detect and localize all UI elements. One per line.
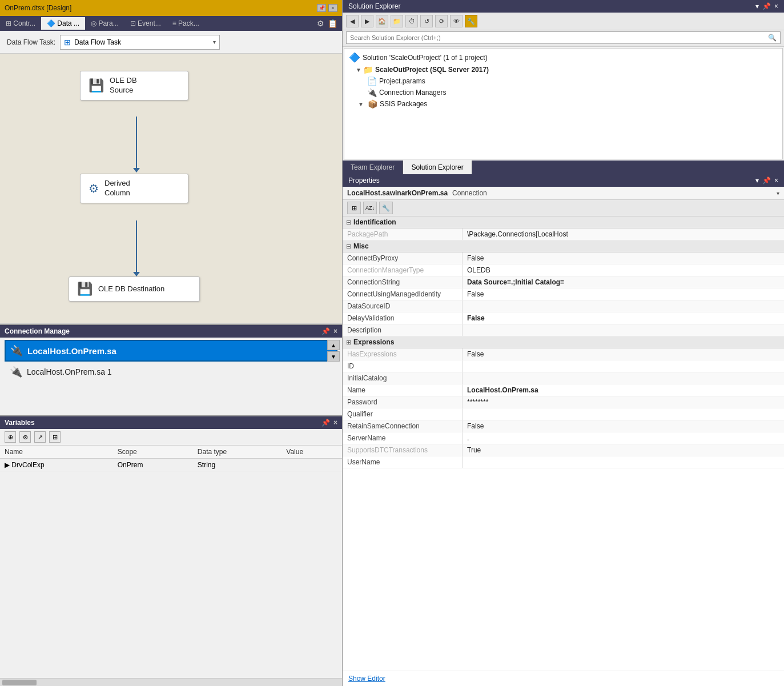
prop-name-supportsdtc: SupportsDTCTransactions [343,444,463,456]
var-tool-3[interactable]: ↗ [34,431,46,443]
arrow-line-1 [136,117,137,168]
prop-value-connstring: Data Source=.;Initial Catalog= [463,276,784,288]
toolbar-icon-2: 📋 [328,19,337,28]
conn-icon-2: 🔌 [10,366,22,378]
ole-db-source-node[interactable]: 💾 OLE DBSource [80,71,188,101]
arrow-head-2 [133,272,140,276]
dest-node-label: OLE DB Destination [98,284,164,294]
derived-column-node[interactable]: ⚙ DerivedColumn [80,174,188,203]
prop-name-description: Description [343,324,463,336]
pin-button[interactable]: 📌 [317,4,326,12]
tab-parameters[interactable]: ◎ Para... [85,17,124,30]
properties-panel: Properties ▾ 📌 × LocalHost.sawinarkOnPre… [343,174,784,686]
sol-search-input[interactable] [350,34,768,41]
prop-value-qualifier [463,408,784,420]
conn-item-2[interactable]: 🔌 LocalHost.OnPrem.sa 1 [5,362,337,382]
tree-item-params[interactable]: 📄 Project.params [344,75,782,87]
tree-item-solution[interactable]: 🔷 Solution 'ScaleOutProject' (1 of 1 pro… [344,51,782,64]
sol-search-box[interactable]: 🔍 [346,31,781,44]
var-tool-4[interactable]: ⊞ [49,431,61,443]
sol-forward-btn[interactable]: ▶ [361,15,373,27]
prop-wrench-btn[interactable]: 🔧 [379,202,393,214]
sol-back-btn[interactable]: ◀ [346,15,359,27]
tree-label-solution: Solution 'ScaleOutProject' (1 of 1 proje… [363,54,488,62]
tab-team-explorer-label: Team Explorer [351,163,395,171]
prop-section-misc[interactable]: ⊟ Misc [343,240,784,252]
prop-sort-btn[interactable]: AZ↓ [363,202,377,214]
tab-team-explorer[interactable]: Team Explorer [343,161,403,174]
solution-explorer: Solution Explorer ▾ 📌 × ◀ ▶ 🏠 📁 ⏱ ↺ ⟳ 👁 … [343,0,784,174]
tab-data-flow[interactable]: 🔷 Data ... [41,17,85,30]
prop-close-icon[interactable]: × [774,176,778,184]
conn-item-1[interactable]: 🔌 LocalHost.OnPrem.sa [5,340,337,362]
sol-tree: 🔷 Solution 'ScaleOutProject' (1 of 1 pro… [344,48,783,159]
tab-package-explorer[interactable]: ≡ Pack... [167,17,205,30]
tab-control-flow[interactable]: ⊞ Contr... [0,17,41,30]
prop-row-connectbyproxy: ConnectByProxy False [343,252,784,264]
tree-arrow-packages: ▼ [358,101,364,107]
window-title: OnPrem.dtsx [Design] [5,4,317,12]
variables-panel: Variables 📌 × ⊕ ⊗ ↗ ⊞ Name Scope Data ty… [0,415,342,686]
design-tabs: ⊞ Contr... 🔷 Data ... ◎ Para... ⊡ Event.… [0,16,342,31]
tree-item-project[interactable]: ▼ 📁 ScaleOutProject (SQL Server 2017) [344,64,782,75]
prop-row-name: Name LocalHost.OnPrem.sa [343,384,784,396]
ole-db-dest-node[interactable]: 💾 OLE DB Destination [69,276,200,302]
conn-scroll-down[interactable]: ▼ [327,351,340,362]
design-canvas[interactable]: 💾 OLE DBSource ⚙ DerivedColumn 💾 OLE DB … [0,54,342,324]
task-dropdown-arrow: ▾ [213,39,216,45]
tab-solution-explorer[interactable]: Solution Explorer [403,161,472,174]
identification-label: Identification [353,218,396,226]
sol-sync-btn[interactable]: ⟳ [435,15,448,27]
prop-row-supportsdtc: SupportsDTCTransactions True [343,444,784,456]
sol-refresh-btn[interactable]: ↺ [420,15,433,27]
var-tool-2[interactable]: ⊗ [19,431,31,443]
close-button[interactable]: × [328,4,337,12]
right-panel: Solution Explorer ▾ 📌 × ◀ ▶ 🏠 📁 ⏱ ↺ ⟳ 👁 … [343,0,784,686]
arrow-1 [133,117,140,172]
tree-item-connections[interactable]: 🔌 Connection Managers [344,87,782,98]
misc-collapse-icon: ⊟ [346,243,351,250]
task-dropdown[interactable]: ⊞ Data Flow Task ▾ [60,35,220,50]
sol-explorer-title-bar: Solution Explorer ▾ 📌 × [343,0,784,13]
conn-scroll-up[interactable]: ▲ [327,340,340,350]
var-table-container: Name Scope Data type Value ▶ DrvColExp O… [0,446,342,678]
sol-folder-btn[interactable]: 📁 [391,15,403,27]
prop-name-qualifier: Qualifier [343,408,463,420]
prop-section-identification[interactable]: ⊟ Identification [343,216,784,228]
variables-close-icon[interactable]: × [333,419,337,427]
h-scrollbar[interactable] [0,678,342,686]
prop-name-connectbyproxy: ConnectByProxy [343,252,463,264]
title-bar-buttons: 📌 × [317,4,337,12]
task-dropdown-icon: ⊞ [64,38,71,47]
var-row-icon: ▶ [5,461,10,469]
prop-table: ⊟ Identification PackagePath \Package.Co… [343,216,784,671]
sol-timer-btn[interactable]: ⏱ [405,15,418,27]
var-row-1[interactable]: ▶ DrvColExp OnPrem String [0,459,342,472]
var-tool-1[interactable]: ⊕ [5,431,16,443]
prop-name-username: UserName [343,456,463,468]
tab-event-handlers[interactable]: ⊡ Event... [124,17,167,30]
var-row-1-value [282,459,342,472]
bottom-tabs: Team Explorer Solution Explorer [343,161,784,174]
prop-title-bar: Properties ▾ 📌 × [343,174,784,187]
prop-section-expressions[interactable]: ⊞ Expressions [343,336,784,348]
prop-grid-btn[interactable]: ⊞ [347,202,361,214]
tab-control-flow-label: ⊞ Contr... [6,19,35,27]
prop-value-description [463,324,784,336]
tree-icon-packages: 📦 [368,99,377,109]
prop-value-initialcatalog [463,372,784,384]
dest-node-icon: 💾 [77,282,93,296]
prop-row-initialcatalog: InitialCatalog [343,372,784,384]
sol-close-icon[interactable]: × [774,2,778,10]
misc-label: Misc [353,242,369,250]
tree-icon-project: 📁 [363,65,373,74]
sol-preview-btn[interactable]: 👁 [450,15,463,27]
tree-item-packages[interactable]: ▼ 📦 SSIS Packages [344,98,782,110]
prop-row-password: Password ******** [343,396,784,408]
sol-home-btn[interactable]: 🏠 [376,15,388,27]
show-editor-link[interactable]: Show Editor [343,671,784,686]
prop-value-username [463,456,784,468]
sol-properties-btn[interactable]: 🔧 [465,15,477,27]
var-col-datatype: Data type [193,446,282,459]
prop-object-dropdown[interactable]: ▾ [777,190,779,196]
